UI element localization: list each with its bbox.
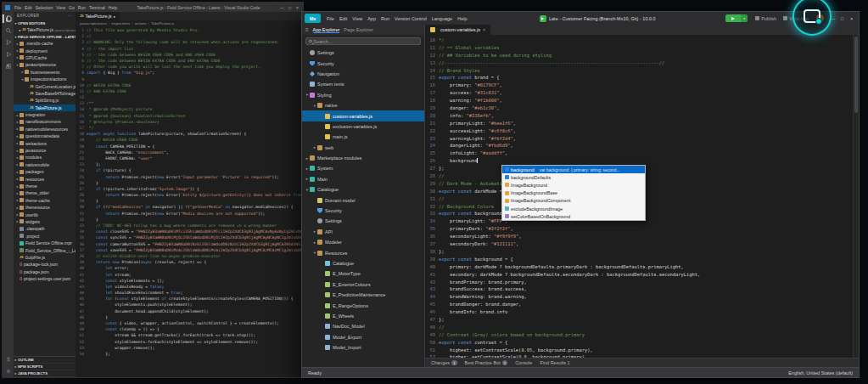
search-icon[interactable] xyxy=(3,26,14,35)
explorer-tree-item[interactable]: ▸theme-cache xyxy=(14,197,76,204)
status-language[interactable]: English, United States (default) xyxy=(788,370,853,376)
code-line[interactable]: 8import { Big } from "big.js"; xyxy=(76,70,303,76)
app-explorer-item[interactable]: ▾Resources xyxy=(302,247,424,257)
explorer-tree-item[interactable]: SaveBase64ToImage.js xyxy=(14,90,76,97)
explorer-tree-item[interactable]: ▸packages xyxy=(14,168,76,175)
suggestion-item[interactable]: backgroundvar background: { primary: str… xyxy=(502,166,645,173)
tab-app-explorer[interactable]: App Explorer xyxy=(313,27,340,33)
code-line[interactable]: 37 secondaryDark: "#121111", xyxy=(425,240,859,248)
code-line[interactable]: 39export const background = { xyxy=(425,256,859,263)
explorer-tree-item[interactable]: ▸questionnairedata xyxy=(14,133,76,139)
run-dropdown-icon[interactable]: ▾ xyxy=(741,14,748,22)
code-line[interactable]: 3// WARNING: Only the following code wil… xyxy=(76,39,303,45)
code-line[interactable]: 40 primary: darkMode ? backgroundDefault… xyxy=(425,263,859,271)
app-explorer-item[interactable]: Navigation xyxy=(302,69,424,79)
app-explorer-item[interactable]: ▾Styling xyxy=(302,90,424,100)
explorer-tree-item[interactable]: ▸theme xyxy=(14,183,76,189)
explorer-tree-item[interactable]: ▸nativemobileresources xyxy=(14,126,76,133)
code-line[interactable]: 45 brandDanger: brand.danger, xyxy=(425,301,859,308)
code-line[interactable]: 51 highest: setContrastScale(0.95, backg… xyxy=(425,347,859,354)
search-input[interactable]: Search... xyxy=(305,37,421,45)
app-explorer-item[interactable]: E_PredictiveMaintenance xyxy=(302,290,424,300)
app-explorer-item[interactable]: custom-variables.js xyxy=(302,110,424,121)
code-line[interactable]: 7// Other code you write will be lost th… xyxy=(76,64,303,70)
settings-gear-icon[interactable] xyxy=(3,367,14,376)
explorer-tree-item[interactable]: SplitString.js xyxy=(14,97,76,104)
code-line[interactable]: 52 higher: setContrastScale(0.8, backgro… xyxy=(425,353,859,358)
close-button[interactable]: × xyxy=(847,16,856,21)
breadcrumb-item[interactable]: javascriptsource xyxy=(80,21,107,25)
code-line[interactable]: 50 const cleanUp = () => { xyxy=(76,326,303,332)
code-line[interactable]: 12// ## Variables to be used during styl… xyxy=(425,52,859,59)
explorer-tree-item[interactable]: ▸themesource xyxy=(14,204,76,211)
open-editor-item[interactable]: ● TakePicture.js javascriptsource\inspec… xyxy=(14,26,76,33)
code-line[interactable]: 39 return new Promise(async (resolve, re… xyxy=(76,259,303,265)
explorer-tree-item[interactable]: GetCurrentLocation.js xyxy=(14,82,76,89)
app-explorer-item[interactable]: ▾Catalogue xyxy=(302,184,424,195)
code-line[interactable]: 43 let videoIsReady = false; xyxy=(76,284,303,290)
menu-item[interactable]: File xyxy=(324,16,337,21)
app-explorer-item[interactable]: Security xyxy=(302,58,424,68)
source-control-icon[interactable] xyxy=(3,38,14,47)
code-line[interactable]: 11// END EXTRA CODE xyxy=(76,88,303,94)
menu-item[interactable]: File xyxy=(13,5,23,10)
suggestion-item[interactable]: ImageBackground xyxy=(502,181,645,189)
code-line[interactable]: 44 let shouldFaceEnvironment = true; xyxy=(76,290,303,296)
code-line[interactable]: 36 secondaryLight: "#f9f9f9", xyxy=(425,233,859,240)
code-line[interactable]: 33 // TODO: WC-463 rollup has a bug wher… xyxy=(76,223,303,229)
explorer-tree-item[interactable]: .classpath xyxy=(14,225,76,232)
menu-item[interactable]: Edit xyxy=(337,16,350,21)
code-line[interactable]: 2// xyxy=(76,33,303,39)
explorer-tree-item[interactable]: ▸widgets xyxy=(14,218,76,225)
explorer-tree-item[interactable]: ▸businessevents xyxy=(14,69,76,76)
code-line[interactable]: 25 infoLight: "#aaddff", xyxy=(425,150,859,157)
code-line[interactable]: 6// - the code between BEGIN EXTRA CODE … xyxy=(76,58,303,64)
explorer-tree-item[interactable]: Field Service Offline.mpr xyxy=(14,240,76,246)
code-line[interactable]: 42 brandPrimary: brand.primary, xyxy=(425,279,859,286)
explorer-tree-item[interactable]: ▸userlib xyxy=(14,211,76,217)
app-explorer-item[interactable]: ▸Modeler xyxy=(302,237,424,247)
sidebar-section-npm-scripts[interactable]: ▸NPM SCRIPTS xyxy=(14,364,76,370)
code-line[interactable]: 13/** xyxy=(76,100,303,106)
explorer-tree-item[interactable]: ▸resources xyxy=(14,175,76,182)
explorer-icon[interactable] xyxy=(3,14,14,23)
code-line[interactable]: 46 styleElements.push(styleElement); xyxy=(76,302,303,308)
code-line[interactable]: 22 FRONT_CAMERA: "user" xyxy=(76,155,303,161)
code-line[interactable]: 14 * @param {MxObject} picture xyxy=(76,106,303,112)
scrollbar-thumb[interactable] xyxy=(854,37,858,113)
code-line[interactable]: 15 * @param {boolean} showConfirmationSc… xyxy=(76,113,303,119)
explorer-tree-item[interactable]: ▸modules xyxy=(14,154,76,161)
suggestion-item[interactable]: backgroundDefaults xyxy=(502,173,645,181)
explorer-tree-item[interactable]: ▾inspections\actions xyxy=(14,76,76,82)
code-line[interactable]: 36 const cameraButtonSVG = "PHN2ZyB3aWR0… xyxy=(76,241,303,247)
explorer-tree-item[interactable]: .project xyxy=(14,233,76,240)
maximize-button[interactable]: □ xyxy=(837,16,847,21)
breadcrumb-item[interactable]: inspections xyxy=(107,21,130,25)
app-explorer-item[interactable]: ▾native xyxy=(302,100,424,110)
code-line[interactable]: 1// This file was generated by Mendix St… xyxy=(76,27,303,33)
extensions-icon[interactable] xyxy=(3,62,14,71)
code-line[interactable]: 41 let stream; xyxy=(76,272,303,278)
code-line[interactable]: 16 primary: "#0179CF", xyxy=(425,82,859,89)
code-line[interactable]: 47}; xyxy=(425,316,859,324)
explorer-tree-item[interactable]: ▸javasource xyxy=(14,147,76,154)
explorer-tree-item[interactable]: ▸theme_older xyxy=(14,189,76,196)
code-line[interactable]: 4// - the import list xyxy=(76,46,303,52)
code-line[interactable]: 53 wrapper.remove(); xyxy=(76,345,303,351)
code-line[interactable]: 43 brandSuccess: brand.success, xyxy=(425,285,859,293)
app-explorer-item[interactable]: Domain model xyxy=(302,195,424,205)
app-explorer-item[interactable]: ▸System xyxy=(302,163,424,173)
breadcrumb-item[interactable]: actions xyxy=(130,21,146,25)
menu-item[interactable]: Edit xyxy=(23,5,34,10)
code-line[interactable]: 49 const { video, wrapper, actionControl… xyxy=(76,320,303,326)
code-line[interactable]: 48// xyxy=(425,324,859,331)
explorer-tree-item[interactable]: ▸deployment xyxy=(14,47,76,54)
app-explorer-item[interactable]: ▸web xyxy=(302,143,424,153)
modified-dot[interactable]: ● xyxy=(114,14,115,19)
menu-item[interactable]: Run xyxy=(76,5,87,10)
explorer-tree-item[interactable]: ▸webactions xyxy=(14,139,76,146)
close-tab-icon[interactable]: × xyxy=(483,27,485,32)
code-line[interactable]: 22 successLight: "#c6f0c6", xyxy=(425,127,859,135)
menu-item[interactable]: Help xyxy=(455,16,469,21)
publish-button[interactable]: Publish xyxy=(752,16,780,21)
